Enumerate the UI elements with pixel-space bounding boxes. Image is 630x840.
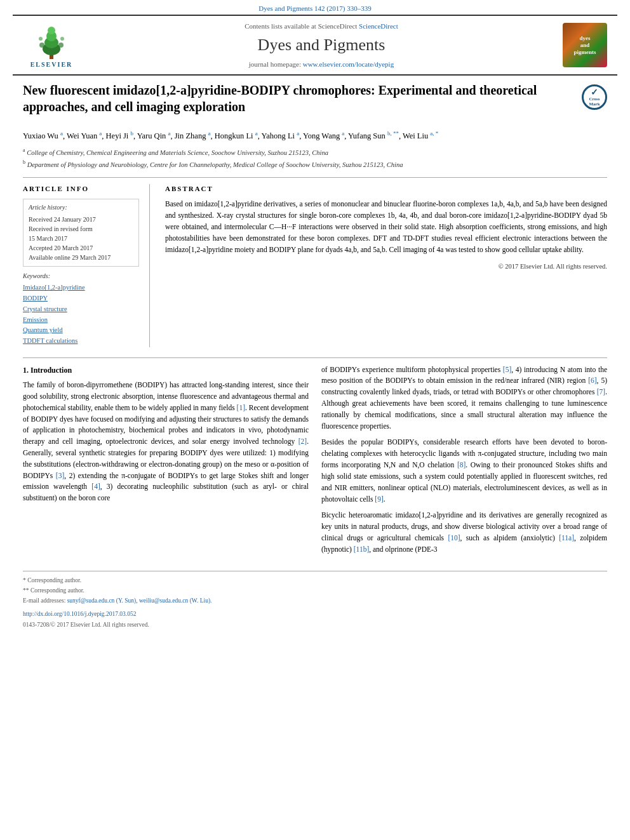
article-history-box: Article history: Received 24 January 201… — [23, 199, 139, 267]
keyword-2[interactable]: BODIPY — [23, 294, 139, 303]
keyword-3[interactable]: Crystal structure — [23, 305, 139, 314]
article-title: New fluorescent imidazo[1,2-a]pyridine-B… — [23, 82, 572, 115]
right-para-2: Besides the popular BODIPYs, considerabl… — [321, 437, 607, 505]
keywords-section: Keywords: Imidazo[1,2-a]pyridine BODIPY … — [23, 272, 139, 345]
journal-header: ELSEVIER Contents lists available at Sci… — [13, 15, 617, 76]
keywords-title: Keywords: — [23, 272, 139, 281]
footer-doi-line: http://dx.doi.org/10.1016/j.dyepig.2017.… — [23, 610, 607, 618]
cite-8[interactable]: [8] — [457, 461, 466, 469]
cite-11b[interactable]: [11b] — [354, 545, 369, 553]
journal-title-header: Dyes and Pigments — [80, 34, 563, 57]
body-right-col: of BODIPYs experience multiform photophy… — [321, 364, 607, 561]
doi-link[interactable]: http://dx.doi.org/10.1016/j.dyepig.2017.… — [23, 611, 136, 617]
history-row-3: 15 March 2017 — [29, 234, 133, 243]
elsevier-tree-icon — [29, 21, 74, 59]
divider-2 — [23, 357, 607, 358]
email-footer: E-mail addresses: sunyf@suda.edu.cn (Y. … — [23, 597, 607, 605]
abstract-title: ABSTRACT — [165, 184, 607, 194]
svg-point-7 — [39, 37, 43, 41]
journal-reference: Dyes and Pigments 142 (2017) 330–339 — [0, 0, 630, 15]
cite-5[interactable]: [5] — [503, 366, 511, 373]
right-para-3: Bicyclic heteroaromatic imidazo[1,2-a]py… — [321, 510, 607, 555]
abstract-section: ABSTRACT Based on imidazo[1,2-a]pyridine… — [165, 184, 607, 347]
email-link[interactable]: sunyf@suda.edu.cn (Y. Sun), weiliu@suda.… — [67, 597, 212, 604]
cite-4[interactable]: [4] — [91, 483, 100, 490]
info-abstract-grid: ARTICLE INFO Article history: Received 2… — [23, 184, 607, 347]
homepage-link[interactable]: www.elsevier.com/locate/dyepig — [303, 60, 394, 68]
elsevier-text: ELSEVIER — [30, 60, 73, 69]
keyword-6[interactable]: TDDFT calculations — [23, 337, 139, 346]
right-para-1: of BODIPYs experience multiform photophy… — [321, 364, 607, 432]
history-title: Article history: — [29, 203, 133, 212]
elsevier-logo: ELSEVIER — [23, 21, 80, 69]
affiliations: a College of Chemistry, Chemical Enginee… — [23, 147, 607, 170]
cite-3[interactable]: [3] — [56, 472, 64, 479]
cite-11a[interactable]: [11a] — [559, 534, 574, 542]
body-columns: 1. Introduction The family of boron-dipy… — [23, 364, 607, 561]
svg-point-6 — [58, 43, 64, 48]
cite-1[interactable]: [1] — [237, 404, 245, 411]
keyword-1[interactable]: Imidazo[1,2-a]pyridine — [23, 283, 139, 293]
cite-9[interactable]: [9] — [375, 495, 383, 503]
corresponding-note-1: * Corresponding author. — [23, 577, 607, 585]
footer-issn: 0143-7208/© 2017 Elsevier Ltd. All right… — [23, 621, 607, 629]
svg-point-4 — [48, 27, 55, 34]
cite-2[interactable]: [2] — [298, 437, 307, 445]
keyword-4[interactable]: Emission — [23, 316, 139, 325]
journal-homepage: journal homepage: www.elsevier.com/locat… — [80, 60, 563, 69]
abstract-text: Based on imidazo[1,2-a]pyridine derivati… — [165, 199, 607, 255]
science-direct-link[interactable]: ScienceDirect — [359, 22, 398, 30]
copyright-line: © 2017 Elsevier Ltd. All rights reserved… — [165, 262, 607, 272]
crossmark-badge: ✓ CrossMark — [582, 84, 607, 110]
corresponding-note-2: ** Corresponding author. — [23, 587, 607, 595]
journal-center-header: Contents lists available at ScienceDirec… — [80, 22, 563, 69]
history-row-5: Available online 29 March 2017 — [29, 253, 133, 262]
article-info-title: ARTICLE INFO — [23, 184, 139, 194]
crossmark-label: ✓ CrossMark — [589, 88, 600, 107]
svg-point-8 — [60, 37, 64, 41]
body-left-col: 1. Introduction The family of boron-dipy… — [23, 364, 309, 561]
journal-thumbnail: dyesandpigments — [563, 23, 607, 67]
cite-10[interactable]: [10] — [448, 534, 460, 542]
svg-point-5 — [39, 43, 44, 48]
article-footer: * Corresponding author. ** Corresponding… — [23, 571, 607, 629]
article-title-section: New fluorescent imidazo[1,2-a]pyridine-B… — [23, 82, 607, 121]
article-info: ARTICLE INFO Article history: Received 2… — [23, 184, 150, 347]
main-content: New fluorescent imidazo[1,2-a]pyridine-B… — [0, 76, 630, 644]
intro-para-1: The family of boron-dipyrromethene (BODI… — [23, 380, 309, 504]
cite-6[interactable]: [6] — [588, 377, 596, 384]
history-row-1: Received 24 January 2017 — [29, 215, 133, 224]
affiliation-b: b Department of Physiology and Neurobiol… — [23, 159, 607, 170]
history-row-2: Received in revised form — [29, 224, 133, 234]
intro-heading: 1. Introduction — [23, 364, 309, 377]
affiliation-a: a College of Chemistry, Chemical Enginee… — [23, 147, 607, 157]
science-direct-line: Contents lists available at ScienceDirec… — [80, 22, 563, 31]
divider-1 — [23, 177, 607, 178]
authors-line: Yuxiao Wu a, Wei Yuan a, Heyi Ji b, Yaru… — [23, 129, 607, 142]
thumb-label: dyesandpigments — [573, 35, 596, 55]
cite-7[interactable]: [7] — [597, 388, 605, 396]
keyword-5[interactable]: Quantum yield — [23, 326, 139, 335]
history-row-4: Accepted 20 March 2017 — [29, 243, 133, 253]
